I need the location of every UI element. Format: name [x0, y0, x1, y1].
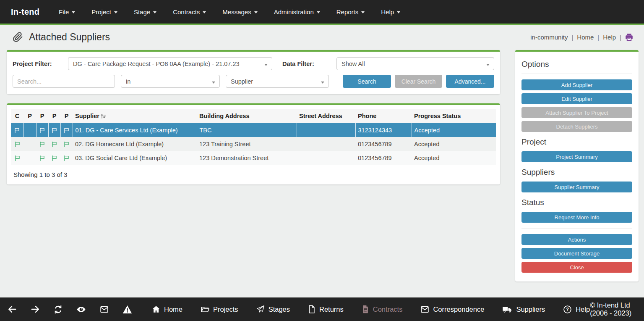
advanced-button[interactable]: Advanced...: [446, 75, 494, 88]
link-help[interactable]: Help: [603, 34, 616, 41]
cell-street-address: [297, 137, 355, 151]
caret-down-icon: [203, 11, 206, 13]
cell-progress-status: Accepted: [412, 151, 496, 165]
flag-icon: [63, 155, 70, 161]
search-field-select[interactable]: Supplier: [226, 75, 329, 88]
flag-icon: [39, 141, 45, 147]
data-filter-select[interactable]: Show All: [336, 57, 494, 70]
actions-button[interactable]: Actions: [521, 234, 632, 245]
arrow-left-icon[interactable]: [8, 305, 17, 314]
footer-nav-projects[interactable]: Projects: [201, 305, 238, 314]
column-header-p3[interactable]: P: [48, 109, 60, 123]
cell-p2: [36, 137, 48, 151]
footer-nav: Home Projects Stages Returns Contracts C…: [152, 305, 590, 314]
sidebar-heading-status: Status: [521, 198, 632, 207]
cell-p3: [48, 137, 60, 151]
project-summary-button[interactable]: Project Summary: [521, 151, 632, 162]
link-home[interactable]: Home: [577, 34, 594, 41]
sidebar-heading-project: Project: [521, 137, 632, 147]
search-button[interactable]: Search: [343, 75, 391, 88]
link-in-community[interactable]: in-community: [530, 34, 568, 41]
cell-street-address: [297, 151, 355, 165]
add-supplier-button[interactable]: Add Supplier: [521, 79, 632, 90]
footer-nav-home[interactable]: Home: [152, 305, 183, 313]
footer-nav-returns[interactable]: Returns: [308, 305, 344, 313]
column-header-p1[interactable]: P: [23, 109, 36, 123]
document-storage-button[interactable]: Document Storage: [521, 248, 632, 259]
supplier-row-2[interactable]: 02. DG Homecare Ltd (Example) 123 Traini…: [11, 137, 496, 151]
caret-down-icon: [486, 64, 490, 66]
caret-down-icon: [212, 82, 215, 84]
home-icon: [152, 305, 160, 313]
cell-p2: [36, 151, 48, 165]
project-filter-select[interactable]: DG - Care Package Request - PO8 0AA (Exa…: [68, 57, 272, 70]
footer-nav-stages[interactable]: Stages: [256, 305, 290, 313]
clear-search-button[interactable]: Clear Search: [395, 75, 442, 88]
printer-icon[interactable]: [625, 33, 633, 41]
cell-building-address: 123 Training Street: [197, 137, 297, 151]
caret-down-icon: [361, 11, 365, 13]
column-header-p4[interactable]: P: [60, 109, 73, 123]
supplier-row-1[interactable]: 01. DG - Care Services Ltd (Example) TBC…: [11, 123, 496, 137]
close-button[interactable]: Close: [521, 262, 632, 273]
sidebar-heading-suppliers: Suppliers: [521, 168, 632, 177]
menu-messages[interactable]: Messages: [222, 8, 257, 16]
cell-p4: [60, 151, 73, 165]
supplier-row-3[interactable]: 03. DG Social Care Ltd (Example) 123 Dem…: [11, 151, 496, 165]
column-header-supplier[interactable]: Supplier: [73, 109, 197, 123]
paper-plane-icon: [256, 305, 265, 313]
app-logo: In-tend: [11, 7, 39, 17]
footer-nav-suppliers[interactable]: Suppliers: [502, 305, 545, 313]
paperclip-icon: [13, 32, 23, 42]
menu-project[interactable]: Project: [91, 8, 117, 16]
attach-supplier-button[interactable]: Attach Supplier To Project: [521, 107, 632, 118]
menu-file[interactable]: File: [59, 8, 75, 16]
caret-down-icon: [321, 82, 324, 84]
envelope-icon: [420, 305, 429, 314]
flag-icon: [14, 155, 21, 161]
envelope-icon[interactable]: [100, 305, 109, 314]
caret-down-icon: [397, 11, 400, 13]
file-contract-icon: [362, 305, 369, 313]
content-area: Project Filter: DG - Care Package Reques…: [0, 50, 644, 282]
bottom-toolbar: Home Projects Stages Returns Contracts C…: [0, 297, 644, 321]
arrow-right-icon[interactable]: [31, 305, 40, 314]
warning-icon[interactable]: [123, 305, 132, 314]
column-header-phone[interactable]: Phone: [355, 109, 412, 123]
search-scope-select[interactable]: in: [121, 75, 220, 88]
menu-stage[interactable]: Stage: [134, 8, 156, 16]
footer-nav-correspondence[interactable]: Correspondence: [420, 305, 484, 314]
cell-c: [11, 137, 23, 151]
truck-icon: [502, 305, 512, 313]
cell-phone: 0123456789: [355, 151, 412, 165]
top-navbar: In-tend File Project Stage Contracts Mes…: [0, 0, 644, 24]
menu-contracts[interactable]: Contracts: [173, 8, 206, 16]
column-header-progress-status[interactable]: Progress Status: [412, 109, 496, 123]
search-input[interactable]: [13, 75, 115, 88]
caret-down-icon: [264, 64, 268, 66]
menu-reports[interactable]: Reports: [336, 8, 365, 16]
caret-down-icon: [153, 11, 156, 13]
column-header-p2[interactable]: P: [36, 109, 48, 123]
edit-supplier-button[interactable]: Edit Supplier: [521, 93, 632, 104]
cell-p4: [60, 123, 73, 137]
column-header-street-address[interactable]: Street Address: [297, 109, 355, 123]
menu-help[interactable]: Help: [381, 8, 400, 16]
detach-suppliers-button[interactable]: Detach Suppliers: [521, 121, 632, 132]
column-header-building-address[interactable]: Building Address: [197, 109, 297, 123]
footer-nav-contracts[interactable]: Contracts: [362, 305, 403, 313]
cell-supplier: 01. DG - Care Services Ltd (Example): [73, 123, 197, 137]
column-header-c[interactable]: C: [11, 109, 23, 123]
flag-icon: [39, 127, 45, 134]
eye-icon[interactable]: [76, 305, 86, 314]
cell-phone: 0123456789: [355, 137, 412, 151]
divider: [521, 74, 632, 74]
footer-nav-help[interactable]: ? Help: [563, 305, 590, 314]
request-more-info-button[interactable]: Request More Info: [521, 212, 632, 223]
refresh-icon[interactable]: [54, 305, 63, 314]
caret-down-icon: [72, 11, 75, 13]
quick-links: in-community | Home | Help |: [530, 33, 633, 41]
actions-sidebar: Options Add Supplier Edit Supplier Attac…: [515, 50, 639, 282]
supplier-summary-button[interactable]: Supplier Summary: [521, 182, 632, 192]
menu-administration[interactable]: Administration: [274, 8, 320, 16]
